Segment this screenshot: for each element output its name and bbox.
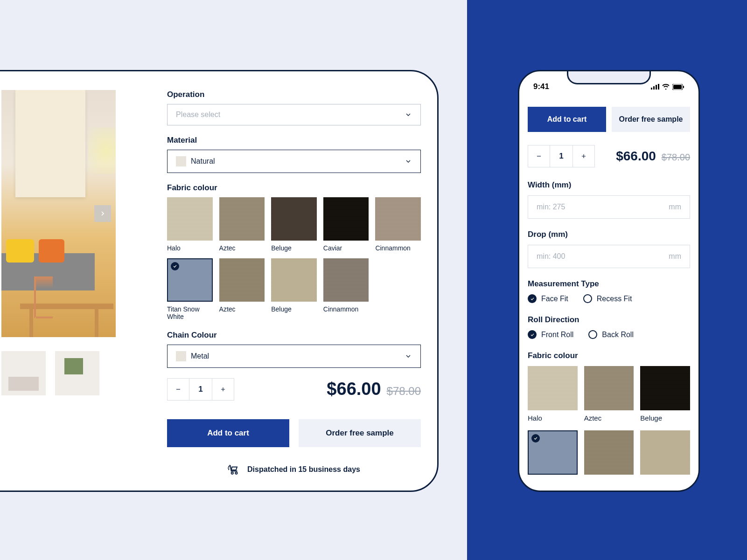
svg-rect-2	[651, 88, 652, 90]
shipping-icon	[228, 463, 240, 476]
quantity-decrease-button[interactable]	[167, 378, 189, 401]
swatch-label: Halo	[167, 244, 213, 252]
quantity-value: 1	[189, 378, 212, 401]
width-unit: mm	[669, 203, 681, 211]
swatch-label: Aztec	[219, 244, 265, 252]
fabric-swatch[interactable]: Beluge	[640, 366, 690, 422]
fabric-swatch[interactable]: Caviar	[323, 197, 369, 252]
battery-icon	[672, 84, 684, 90]
svg-rect-7	[673, 85, 682, 89]
drop-input[interactable]: min: 400 mm	[528, 245, 690, 268]
fabric-swatch[interactable]	[584, 430, 634, 478]
swatch-label: Titan Snow White	[167, 305, 213, 320]
add-to-cart-button[interactable]: Add to cart	[528, 107, 606, 132]
material-value: Natural	[191, 157, 215, 166]
gallery-next-button[interactable]	[94, 205, 111, 222]
fabric-swatch[interactable]: Aztec	[584, 366, 634, 422]
check-icon	[171, 262, 179, 270]
swatch-label: Beluge	[271, 305, 317, 313]
operation-select[interactable]: Please select	[167, 104, 421, 125]
measurement-type-option[interactable]: Recess Fit	[583, 294, 632, 303]
swatch-label: Halo	[528, 414, 578, 422]
radio-icon	[528, 294, 537, 303]
quantity-increase-button[interactable]	[212, 378, 234, 401]
chain-colour-label: Chain Colour	[167, 331, 421, 340]
quantity-decrease-button[interactable]	[528, 145, 550, 167]
drop-placeholder: min: 400	[537, 252, 565, 261]
svg-rect-8	[683, 86, 684, 88]
radio-label: Front Roll	[541, 331, 573, 339]
chevron-down-icon	[405, 111, 412, 118]
swatch-label: Beluge	[271, 244, 317, 252]
operation-label: Operation	[167, 90, 421, 99]
gallery-thumbnail[interactable]	[1, 351, 46, 395]
swatch-label: Cinnammon	[375, 244, 421, 252]
fabric-swatch[interactable]: Cinnammon	[375, 197, 421, 252]
material-label: Material	[167, 136, 421, 145]
chain-colour-value: Metal	[191, 352, 209, 360]
swatch-label: Beluge	[640, 414, 690, 422]
svg-rect-3	[653, 86, 655, 90]
roll-direction-option[interactable]: Back Roll	[588, 330, 634, 339]
roll-direction-label: Roll Direction	[528, 315, 690, 325]
radio-icon	[588, 330, 597, 339]
chain-swatch-icon	[176, 351, 186, 361]
product-gallery-column	[1, 90, 116, 476]
phone-notch	[567, 70, 651, 84]
radio-label: Back Roll	[602, 331, 634, 339]
width-label: Width (mm)	[528, 180, 690, 190]
fabric-swatch[interactable]: Halo	[167, 197, 213, 252]
fabric-swatch[interactable]	[640, 430, 690, 478]
check-icon	[531, 434, 540, 442]
fabric-swatch[interactable]: Beluge	[271, 258, 317, 320]
svg-rect-4	[656, 85, 657, 90]
svg-rect-5	[658, 84, 659, 90]
fabric-swatch[interactable]	[528, 430, 578, 478]
quantity-value: 1	[550, 145, 572, 167]
swatch-label: Cinnammon	[323, 305, 369, 313]
add-to-cart-button[interactable]: Add to cart	[167, 419, 289, 447]
price-current: $66.00	[327, 379, 381, 399]
dispatch-text: Dispatched in 15 business days	[247, 465, 360, 474]
radio-label: Face Fit	[541, 295, 568, 303]
wifi-icon	[662, 84, 670, 90]
fabric-colour-label: Fabric colour	[528, 351, 690, 360]
radio-icon	[583, 294, 592, 303]
quantity-increase-button[interactable]	[572, 145, 595, 167]
signal-icon	[651, 84, 659, 90]
gallery-thumbnail[interactable]	[55, 351, 99, 395]
drop-label: Drop (mm)	[528, 230, 690, 239]
order-sample-button[interactable]: Order free sample	[612, 107, 690, 132]
price-original: $78.00	[662, 152, 690, 163]
radio-label: Recess Fit	[597, 295, 632, 303]
price-current: $66.00	[616, 149, 656, 164]
svg-point-1	[235, 472, 237, 474]
fabric-swatch[interactable]: Halo	[528, 366, 578, 422]
material-select[interactable]: Natural	[167, 150, 421, 173]
product-main-image	[1, 90, 116, 337]
price-original: $78.00	[387, 385, 421, 398]
fabric-swatch[interactable]: Aztec	[219, 197, 265, 252]
radio-icon	[528, 330, 537, 339]
swatch-label: Aztec	[584, 414, 634, 422]
fabric-swatch[interactable]: Cinnammon	[323, 258, 369, 320]
status-time: 9:41	[533, 82, 549, 91]
measurement-type-label: Measurement Type	[528, 279, 690, 289]
drop-unit: mm	[669, 252, 681, 261]
fabric-swatch[interactable]: Aztec	[219, 258, 265, 320]
width-input[interactable]: min: 275 mm	[528, 195, 690, 219]
chevron-down-icon	[405, 353, 412, 360]
quantity-stepper: 1	[167, 378, 234, 401]
measurement-type-option[interactable]: Face Fit	[528, 294, 568, 303]
roll-direction-option[interactable]: Front Roll	[528, 330, 573, 339]
order-sample-button[interactable]: Order free sample	[299, 419, 421, 447]
phone-device-frame: 9:41 Add to cart Order free sample 1	[518, 70, 700, 492]
operation-placeholder: Please select	[176, 111, 220, 119]
quantity-stepper: 1	[528, 145, 595, 167]
fabric-swatch[interactable]: Beluge	[271, 197, 317, 252]
chevron-down-icon	[405, 158, 412, 165]
desktop-device-frame: Operation Please select Material Natural…	[0, 70, 439, 492]
fabric-swatch[interactable]: Titan Snow White	[167, 258, 213, 320]
chain-colour-select[interactable]: Metal	[167, 345, 421, 368]
svg-point-0	[231, 472, 233, 474]
